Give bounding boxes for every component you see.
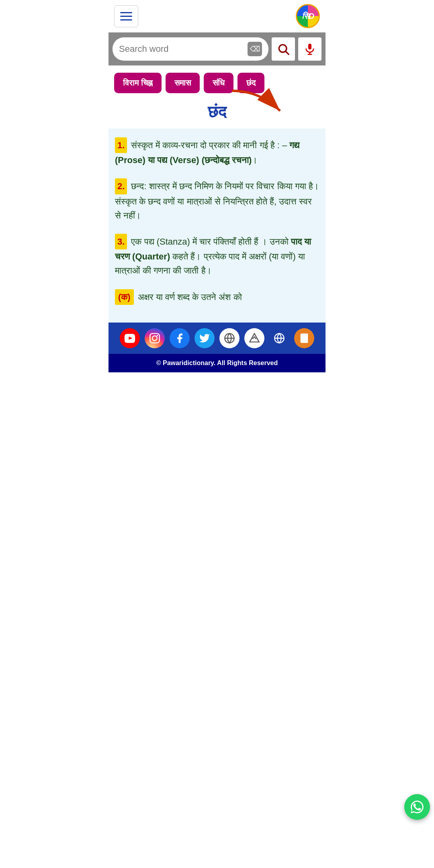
social-mountain[interactable] xyxy=(244,328,264,348)
social-instagram[interactable] xyxy=(145,328,165,348)
content-block-4: (क) अक्षर या वर्ण शब्द के उतने अंश को xyxy=(115,289,319,305)
hamburger-line-2 xyxy=(120,16,132,17)
svg-marker-11 xyxy=(250,333,259,342)
kha-badge: (क) xyxy=(115,289,134,305)
youtube-icon xyxy=(124,333,135,344)
svg-point-8 xyxy=(157,335,158,337)
hamburger-line-1 xyxy=(120,12,132,13)
copyright-text: © Pawaridictionary. All Rights Reserved xyxy=(156,359,278,366)
content-block-3: 3. एक पद्य (Stanza) में चार पंक्तियाँ हो… xyxy=(115,234,319,278)
clear-button[interactable]: ⌫ xyxy=(248,42,262,56)
menu-button[interactable] xyxy=(114,5,138,27)
svg-point-7 xyxy=(152,336,157,341)
search-input[interactable] xyxy=(119,44,244,54)
num-badge-3: 3. xyxy=(115,234,127,249)
app-logo: सिD xyxy=(296,4,320,28)
category-row: विराम चिह्न समास संधि छंद xyxy=(108,65,326,99)
hamburger-line-3 xyxy=(120,19,132,20)
instagram-icon xyxy=(149,333,160,344)
twitter-icon xyxy=(199,333,210,344)
search-bar: ⌫ xyxy=(108,33,326,65)
content-paragraph-4: (क) अक्षर या वर्ण शब्द के उतने अंश को xyxy=(115,289,319,305)
content-block-1: 1. संस्कृत में काव्य-रचना दो प्रकार की म… xyxy=(115,137,319,167)
svg-line-1 xyxy=(286,51,289,54)
web-icon xyxy=(224,333,235,344)
mountain-icon xyxy=(249,333,260,344)
category-viram[interactable]: विराम चिह्न xyxy=(114,73,162,93)
svg-rect-2 xyxy=(308,44,311,50)
category-samas[interactable]: समास xyxy=(166,73,200,93)
clear-icon: ⌫ xyxy=(250,45,260,53)
content-paragraph-2: 2. छन्द: शास्त्र में छन्द निमिण के नियमो… xyxy=(115,178,319,223)
social-book[interactable] xyxy=(294,328,314,348)
content-paragraph-3: 3. एक पद्य (Stanza) में चार पंक्तियाँ हो… xyxy=(115,234,319,278)
mic-button[interactable] xyxy=(298,37,321,61)
social-twitter[interactable] xyxy=(194,328,215,348)
svg-rect-6 xyxy=(150,333,159,343)
selected-topic-title: छंद xyxy=(208,103,226,121)
social-facebook[interactable] xyxy=(170,328,190,348)
globe-icon xyxy=(274,333,285,344)
num-badge-1: 1. xyxy=(115,137,127,153)
footer-copyright: © Pawaridictionary. All Rights Reserved xyxy=(108,354,326,372)
arrow-icon xyxy=(228,87,292,119)
facebook-icon xyxy=(174,333,185,344)
app-header: सिD xyxy=(108,0,326,33)
footer-social xyxy=(108,323,326,354)
social-globe[interactable] xyxy=(269,328,289,348)
content-section: 1. संस्कृत में काव्य-रचना दो प्रकार की म… xyxy=(108,129,326,323)
logo-text: सिD xyxy=(302,12,314,21)
mic-icon xyxy=(303,43,316,55)
search-icon xyxy=(277,43,290,55)
content-block-2: 2. छन्द: शास्त्र में छन्द निमिण के नियमो… xyxy=(115,178,319,223)
search-button[interactable] xyxy=(272,37,295,61)
book-icon xyxy=(299,333,310,344)
social-web[interactable] xyxy=(219,328,240,348)
num-badge-2: 2. xyxy=(115,178,127,194)
social-youtube[interactable] xyxy=(120,328,140,348)
content-paragraph-1: 1. संस्कृत में काव्य-रचना दो प्रकार की म… xyxy=(115,137,319,167)
search-input-container: ⌫ xyxy=(113,37,268,61)
selected-topic-section: छंद xyxy=(108,99,326,129)
